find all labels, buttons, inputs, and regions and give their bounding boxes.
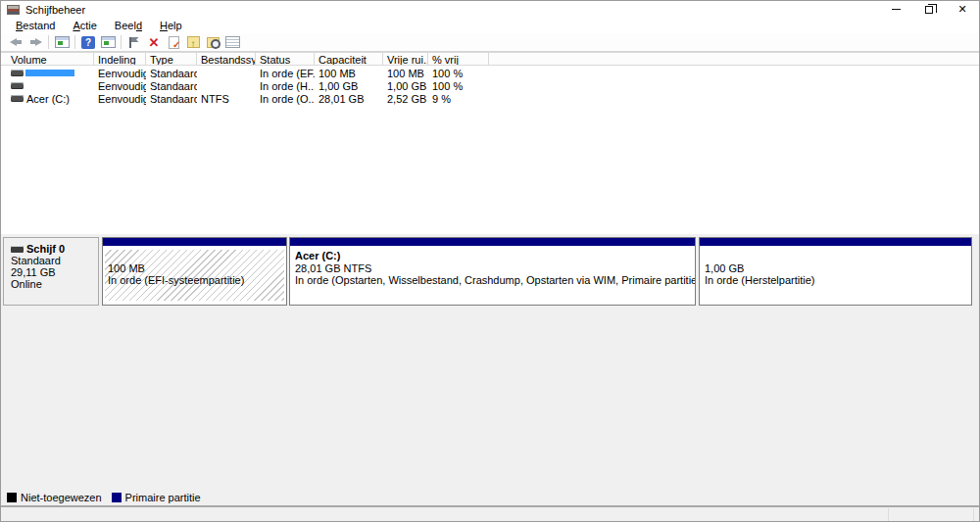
back-button[interactable] xyxy=(6,34,25,51)
column-header-capaciteit[interactable]: Capaciteit xyxy=(315,53,383,65)
back-icon xyxy=(10,38,23,47)
column-header-type[interactable]: Type xyxy=(146,53,197,65)
status-bar xyxy=(1,507,979,522)
partition-color-band xyxy=(290,238,695,248)
column-header-bestandssysteem[interactable]: Bestandssys... xyxy=(197,53,256,65)
partition-efi[interactable]: 100 MB In orde (EFI-systeempartitie) xyxy=(102,237,287,306)
volume-row-recovery[interactable]: Eenvoudig Standaard In orde (H... 1,00 G… xyxy=(1,79,979,92)
partition-status: In orde (Opstarten, Wisselbestand, Crash… xyxy=(295,274,695,287)
volume-row-acer-c[interactable]: Acer (C:) Eenvoudig Standaard NTFS In or… xyxy=(1,92,979,105)
menu-actie[interactable]: Actie xyxy=(64,19,105,32)
disk-icon xyxy=(11,246,24,253)
toolbar-separator xyxy=(74,35,75,49)
document-check-icon: ✓ xyxy=(169,36,179,49)
action-pane-window-icon xyxy=(101,36,116,48)
column-header-vrije-ruimte[interactable]: Vrije rui... xyxy=(383,53,428,65)
folder-magnifier-icon xyxy=(207,37,220,48)
column-header-pct-vrij[interactable]: % vrij xyxy=(428,53,489,65)
folder-up-icon: ↑ xyxy=(187,36,200,48)
volume-icon xyxy=(11,95,24,102)
selection-highlight xyxy=(25,70,74,76)
partition-recovery[interactable]: 1,00 GB In orde (Herstelpartitie) xyxy=(699,237,972,306)
window-title: Schijfbeheer xyxy=(25,4,85,16)
column-header-indeling[interactable]: Indeling xyxy=(94,53,146,65)
disk-status: Online xyxy=(11,278,98,290)
disk-management-app-icon xyxy=(7,5,20,15)
delete-x-icon: ✕ xyxy=(149,36,160,49)
unallocated-swatch xyxy=(7,493,17,502)
toolbar-separator xyxy=(121,35,122,49)
window-controls: ✕ xyxy=(879,1,979,18)
legend-bar: Niet-toegewezen Primaire partitie xyxy=(1,489,979,507)
properties-list-icon xyxy=(225,36,240,48)
toolbar: ? ✕ ✓ ↑ xyxy=(1,33,979,52)
menu-help[interactable]: Help xyxy=(151,19,191,32)
menu-bestand[interactable]: Bestand xyxy=(7,19,64,32)
disk-name: Schijf 0 xyxy=(26,243,65,255)
minimize-icon xyxy=(892,9,901,10)
primary-partition-swatch xyxy=(112,493,122,502)
close-button[interactable]: ✕ xyxy=(946,1,979,18)
partition-size: 1,00 GB xyxy=(705,262,971,275)
column-header-status[interactable]: Status xyxy=(256,53,315,65)
menu-beeld[interactable]: Beeld xyxy=(106,19,151,32)
show-console-tree-button[interactable] xyxy=(52,34,72,51)
partition-acer-c[interactable]: Acer (C:) 28,01 GB NTFS In orde (Opstart… xyxy=(289,237,696,306)
volume-icon xyxy=(11,82,24,89)
status-separator xyxy=(973,508,974,521)
title-bar: Schijfbeheer ✕ xyxy=(1,1,979,18)
partition-name xyxy=(705,250,971,262)
legend-primary-partition: Primaire partitie xyxy=(112,492,201,503)
partition-size: 100 MB xyxy=(108,262,284,275)
partition-color-band xyxy=(103,238,286,248)
forward-button[interactable] xyxy=(25,34,45,51)
help-icon: ? xyxy=(81,36,95,49)
partition-color-band xyxy=(700,238,971,248)
disk0-info-panel[interactable]: Schijf 0 Standaard 29,11 GB Online xyxy=(3,237,99,306)
console-window-icon xyxy=(55,36,70,48)
folder-search-button[interactable] xyxy=(203,34,222,51)
toolbar-separator xyxy=(48,35,49,49)
partition-status: In orde (Herstelpartitie) xyxy=(705,274,971,287)
legend-label: Niet-toegewezen xyxy=(21,492,102,503)
help-button[interactable]: ? xyxy=(78,34,98,51)
restore-button[interactable] xyxy=(912,1,946,18)
minimize-button[interactable] xyxy=(879,1,912,18)
disk-size: 29,11 GB xyxy=(11,266,98,278)
disk-type: Standaard xyxy=(11,255,98,266)
volume-row-efi[interactable]: Eenvoudig Standaard In orde (EF... 100 M… xyxy=(1,67,979,79)
status-separator xyxy=(888,508,889,521)
menu-bar: Bestand Actie Beeld Help xyxy=(1,18,979,33)
mark-partition-button[interactable]: ✓ xyxy=(164,34,183,51)
forward-icon xyxy=(29,38,42,47)
column-header-volume[interactable]: Volume xyxy=(1,53,94,65)
column-header-filler xyxy=(489,53,979,65)
popup-window-button[interactable] xyxy=(124,34,144,51)
partition-name xyxy=(108,250,284,262)
disk-management-window: Schijfbeheer ✕ Bestand Actie Beeld Help … xyxy=(0,0,980,522)
volume-icon xyxy=(11,70,24,76)
delete-volume-button[interactable]: ✕ xyxy=(144,34,164,51)
close-icon: ✕ xyxy=(957,4,966,15)
partition-status: In orde (EFI-systeempartitie) xyxy=(108,274,284,287)
disk-graphical-pane: Schijf 0 Standaard 29,11 GB Online 100 M… xyxy=(1,234,979,489)
flag-icon xyxy=(128,36,141,48)
volume-list-pane: Volume Indeling Type Bestandssys... Stat… xyxy=(1,52,979,234)
legend-label: Primaire partitie xyxy=(125,492,201,503)
folder-up-button[interactable]: ↑ xyxy=(183,34,203,51)
show-action-pane-button[interactable] xyxy=(98,34,118,51)
partition-name: Acer (C:) xyxy=(295,250,695,262)
volume-list-header: Volume Indeling Type Bestandssys... Stat… xyxy=(1,52,979,66)
legend-unallocated: Niet-toegewezen xyxy=(7,492,102,503)
restore-icon xyxy=(925,6,933,14)
properties-button[interactable] xyxy=(222,34,242,51)
partition-size: 28,01 GB NTFS xyxy=(295,262,695,275)
